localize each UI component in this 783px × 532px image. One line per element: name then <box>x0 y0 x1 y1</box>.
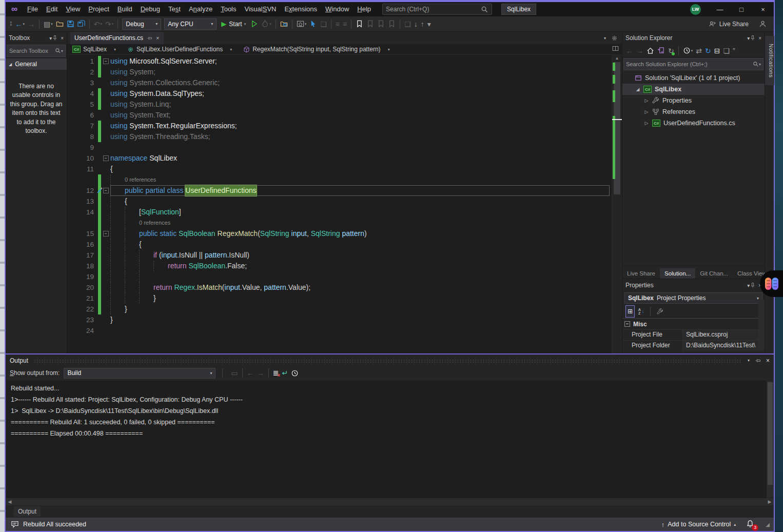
open-file-icon[interactable] <box>54 18 65 30</box>
panel-tab-git-chan[interactable]: Git Chan... <box>695 268 733 279</box>
menu-tools[interactable]: Tools <box>217 5 240 13</box>
code-line[interactable]: 12−public partial class UserDefinedFunct… <box>67 185 612 196</box>
menu-view[interactable]: View <box>62 5 84 13</box>
collapse-all-icon[interactable]: ⊟ <box>713 45 722 57</box>
navigate-forward-icon[interactable]: → <box>26 18 36 30</box>
code-line[interactable]: 5using System.Linq; <box>67 99 612 110</box>
toolbar-options-icon[interactable]: ▾ <box>426 18 433 30</box>
close-icon[interactable]: × <box>758 35 761 41</box>
code-line[interactable]: 22} <box>67 304 612 314</box>
move-down-icon[interactable]: ↓ <box>413 18 419 30</box>
tree-item-solution-sqllibex-1-of-1-project[interactable]: Solution 'SqlLibex' (1 of 1 project) <box>622 72 765 84</box>
menu-extensions[interactable]: Extensions <box>280 5 321 13</box>
code-line[interactable]: 1−using Microsoft.SqlServer.Server; <box>67 56 612 67</box>
property-row[interactable]: Project FileSqlLibex.csproj <box>622 329 765 340</box>
indent-increase-icon[interactable]: ≡ <box>341 18 348 30</box>
code-line[interactable]: 18return SqlBoolean.False; <box>67 261 612 271</box>
code-line[interactable]: 9 <box>67 142 612 153</box>
menu-window[interactable]: Window <box>321 5 353 13</box>
scroll-left-icon[interactable]: ◀ <box>6 499 14 504</box>
code-line[interactable]: 15−public static SqlBoolean RegexMatch(S… <box>67 228 612 239</box>
se-forward-icon[interactable]: → <box>635 45 645 57</box>
run-tests-icon[interactable] <box>249 18 260 30</box>
close-icon[interactable]: × <box>766 357 770 364</box>
se-overflow-icon[interactable]: ” <box>731 45 737 57</box>
redo-icon[interactable]: ↷▾ <box>104 18 115 30</box>
breadcrumb-project[interactable]: C# SqlLibex <box>70 46 109 53</box>
scroll-up-icon[interactable]: ▲ <box>612 56 622 61</box>
close-icon[interactable]: × <box>156 35 159 41</box>
assistant-overlay-button[interactable] <box>760 270 783 297</box>
code-line[interactable]: 14[SqlFunction] <box>67 207 612 218</box>
toolbox-group-general[interactable]: ◢ General <box>6 58 67 70</box>
code-line[interactable]: 16{ <box>67 239 612 250</box>
editor-vertical-scrollbar[interactable]: ▲ <box>612 55 622 353</box>
pin-icon[interactable] <box>750 35 756 41</box>
hot-reload-icon[interactable]: ▾ <box>260 18 273 30</box>
codelens-row[interactable]: 0 references <box>67 174 612 185</box>
prev-message-icon[interactable]: ← <box>245 367 256 379</box>
solution-explorer-search-box[interactable]: Search Solution Explorer (Ctrl+;) ▾ <box>623 58 764 70</box>
user-avatar[interactable]: LW <box>690 4 701 15</box>
property-pages-icon[interactable] <box>655 305 665 318</box>
chevron-down-icon[interactable]: ▾ <box>748 358 750 363</box>
pending-changes-filter-icon[interactable]: ▾ <box>681 45 695 57</box>
fold-collapse-icon[interactable]: − <box>103 58 109 64</box>
pin-icon[interactable] <box>750 282 756 288</box>
se-back-icon[interactable]: ← <box>624 45 635 57</box>
split-editor-icon[interactable] <box>612 45 619 53</box>
tab-userdefinedfunctions[interactable]: UserDefinedFunctions.cs × <box>70 32 164 44</box>
close-button[interactable]: × <box>752 2 774 16</box>
menu-debug[interactable]: Debug <box>136 5 164 13</box>
undo-icon[interactable]: ↶▾ <box>92 18 104 30</box>
live-share-button[interactable]: Live Share <box>709 20 767 28</box>
code-line[interactable]: 17if (input.IsNull || pattern.IsNull) <box>67 250 612 261</box>
menu-test[interactable]: Test <box>164 5 185 13</box>
menu-project[interactable]: Project <box>84 5 113 13</box>
output-text[interactable]: Rebuild started...1>------ Rebuild All s… <box>7 381 767 498</box>
tree-item-properties[interactable]: ▷Properties <box>622 95 765 106</box>
switch-views-icon[interactable]: ⇄ <box>694 45 703 57</box>
triangle-collapsed-icon[interactable]: ▷ <box>644 121 649 126</box>
add-to-source-control-button[interactable]: Add to Source Control <box>668 521 731 528</box>
next-bookmark-icon[interactable] <box>376 18 386 30</box>
alphabetical-sort-icon[interactable]: AZ↓ <box>637 305 645 318</box>
output-source-select[interactable]: Build ▾ <box>64 368 216 379</box>
code-line[interactable]: 13{ <box>67 196 612 207</box>
solution-platform-select[interactable]: Any CPU ▾ <box>164 18 217 30</box>
fold-collapse-icon[interactable]: − <box>103 188 109 193</box>
minimize-button[interactable]: — <box>709 2 731 16</box>
maximize-button[interactable]: □ <box>731 2 752 16</box>
fold-collapse-icon[interactable]: − <box>103 231 109 237</box>
tree-item-sqllibex[interactable]: ◢C#SqlLibex <box>622 84 765 95</box>
history-icon[interactable] <box>289 367 300 379</box>
notifications-tab[interactable]: Notifications <box>765 36 774 85</box>
tab-output[interactable]: Output <box>14 506 41 517</box>
code-line[interactable]: 23} <box>67 314 612 325</box>
search-box[interactable]: Search (Ctrl+Q) <box>382 4 492 15</box>
indent-decrease-icon[interactable]: ≡ <box>334 18 341 30</box>
navigate-back-icon[interactable]: ←▾ <box>14 18 27 30</box>
categorized-view-icon[interactable]: ⊞ <box>625 305 635 318</box>
close-icon[interactable]: × <box>61 35 64 41</box>
refresh-pending-icon[interactable]: ↻ <box>667 45 676 57</box>
code-editor[interactable]: 1−using Microsoft.SqlServer.Server;2usin… <box>67 55 622 353</box>
code-line[interactable]: 7using System.Text.RegularExpressions; <box>67 121 612 131</box>
code-line[interactable]: 3using System.Collections.Generic; <box>67 77 612 88</box>
code-line[interactable]: 6using System.Text; <box>67 110 612 121</box>
pin-icon[interactable] <box>52 35 58 41</box>
menu-edit[interactable]: Edit <box>42 5 62 13</box>
code-line[interactable]: 20return Regex.IsMatch(input.Value, patt… <box>67 282 612 293</box>
notifications-bell-button[interactable]: 3 <box>746 520 754 529</box>
properties-group-misc[interactable]: − Misc <box>622 319 765 329</box>
code-line[interactable]: 4using System.Data.SqlTypes; <box>67 88 612 99</box>
code-lines[interactable]: 1−using Microsoft.SqlServer.Server;2usin… <box>67 55 612 353</box>
toolbar-drag-handle[interactable]: ⁞⁞ <box>10 21 12 27</box>
clear-bookmarks-icon[interactable] <box>386 18 397 30</box>
code-line[interactable]: 8using System.Threading.Tasks; <box>67 131 612 142</box>
triangle-collapsed-icon[interactable]: ▷ <box>644 98 649 103</box>
chevron-down-icon[interactable]: ▾ <box>604 36 606 41</box>
move-up-icon[interactable]: ↑ <box>419 18 426 30</box>
messages-icon[interactable]: ▭ <box>229 367 239 379</box>
codelens-row[interactable]: 0 references <box>67 218 612 228</box>
